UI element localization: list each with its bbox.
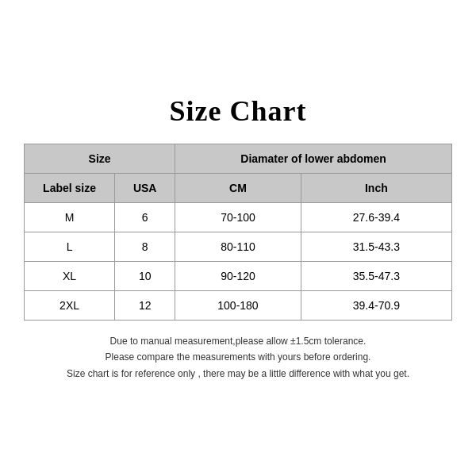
cell-usa: 12 bbox=[115, 290, 175, 320]
header-inch: Inch bbox=[301, 173, 451, 202]
cell-cm: 70-100 bbox=[175, 202, 301, 232]
footnote-line3: Size chart is for reference only , there… bbox=[24, 366, 452, 382]
header-size: Size bbox=[25, 144, 175, 173]
header-cm: CM bbox=[175, 173, 301, 202]
cell-usa: 10 bbox=[115, 261, 175, 290]
cell-label: 2XL bbox=[25, 290, 115, 320]
cell-cm: 90-120 bbox=[175, 261, 301, 290]
cell-inch: 31.5-43.3 bbox=[301, 232, 451, 261]
header-diameter: Diamater of lower abdomen bbox=[175, 144, 452, 173]
cell-inch: 27.6-39.4 bbox=[301, 202, 451, 232]
page-title: Size Chart bbox=[24, 94, 452, 128]
table-row: 2XL12100-18039.4-70.9 bbox=[25, 290, 452, 320]
footnote: Due to manual measurement,please allow ±… bbox=[24, 333, 452, 382]
size-chart-container: Size Chart Size Diamater of lower abdome… bbox=[16, 79, 460, 397]
cell-cm: 80-110 bbox=[175, 232, 301, 261]
header-usa: USA bbox=[115, 173, 175, 202]
header-label-size: Label size bbox=[25, 173, 115, 202]
cell-usa: 6 bbox=[115, 202, 175, 232]
table-row: XL1090-12035.5-47.3 bbox=[25, 261, 452, 290]
footnote-line2: Please compare the measurements with you… bbox=[24, 349, 452, 365]
table-header-row-1: Size Diamater of lower abdomen bbox=[25, 144, 452, 173]
cell-usa: 8 bbox=[115, 232, 175, 261]
table-row: L880-11031.5-43.3 bbox=[25, 232, 452, 261]
footnote-line1: Due to manual measurement,please allow ±… bbox=[24, 333, 452, 349]
table-row: M670-10027.6-39.4 bbox=[25, 202, 452, 232]
cell-inch: 35.5-47.3 bbox=[301, 261, 451, 290]
cell-label: XL bbox=[25, 261, 115, 290]
size-table: Size Diamater of lower abdomen Label siz… bbox=[24, 144, 452, 321]
cell-cm: 100-180 bbox=[175, 290, 301, 320]
cell-label: L bbox=[25, 232, 115, 261]
cell-inch: 39.4-70.9 bbox=[301, 290, 451, 320]
table-header-row-2: Label size USA CM Inch bbox=[25, 173, 452, 202]
cell-label: M bbox=[25, 202, 115, 232]
